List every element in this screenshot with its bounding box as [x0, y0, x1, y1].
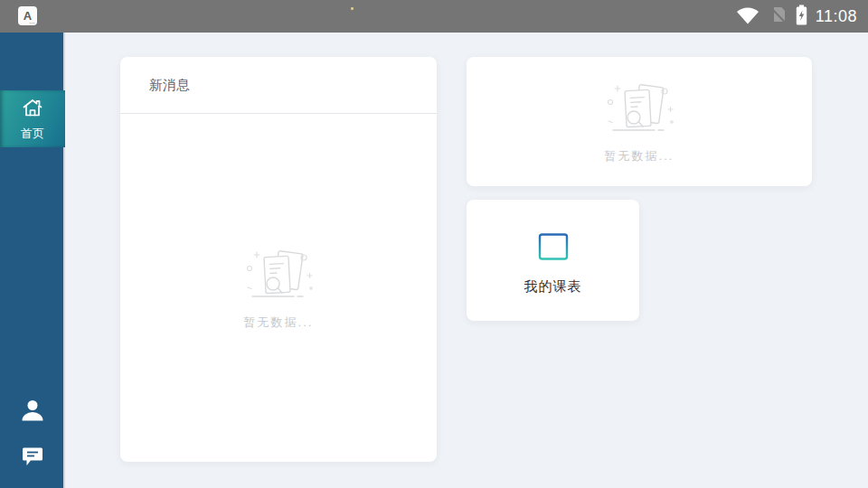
- app-badge-dots: ...: [29, 19, 35, 24]
- no-data-illustration-icon: [600, 80, 678, 143]
- new-messages-card: 新消息: [120, 57, 437, 462]
- status-icons: 11:08: [736, 0, 857, 33]
- status-bar: A ... 11:08: [0, 0, 868, 33]
- clock: 11:08: [816, 7, 857, 26]
- chat-icon: [21, 444, 44, 467]
- notices-card: 暂无数据...: [467, 57, 812, 186]
- home-icon: [21, 97, 44, 122]
- camera-dot: [351, 7, 354, 10]
- sidebar-item-home[interactable]: 首页: [0, 90, 65, 147]
- sidebar: 首页: [0, 33, 65, 488]
- new-messages-header: 新消息: [120, 57, 437, 114]
- sidebar-item-home-label: 首页: [21, 126, 44, 142]
- no-data-label: 暂无数据...: [605, 148, 675, 164]
- user-profile-button[interactable]: [19, 398, 46, 423]
- wifi-icon: [736, 5, 760, 28]
- messages-button[interactable]: [19, 443, 46, 468]
- calendar-icon: [533, 226, 573, 269]
- no-data-illustration-icon: [240, 246, 317, 309]
- new-messages-body: 暂无数据...: [120, 114, 437, 462]
- new-messages-title: 新消息: [149, 77, 190, 94]
- empty-state: 暂无数据...: [240, 246, 317, 331]
- no-data-label: 暂无数据...: [244, 314, 314, 331]
- main-content: 新消息: [67, 33, 868, 488]
- my-timetable-label: 我的课表: [524, 278, 582, 296]
- user-icon: [20, 399, 45, 422]
- no-sim-icon: [768, 5, 788, 28]
- sidebar-bottom-icons: [0, 398, 65, 468]
- battery-charging-icon: [796, 5, 807, 29]
- my-timetable-card[interactable]: 我的课表: [467, 200, 639, 321]
- empty-state: 暂无数据...: [600, 80, 678, 164]
- app-notification-icon: A ...: [18, 6, 37, 25]
